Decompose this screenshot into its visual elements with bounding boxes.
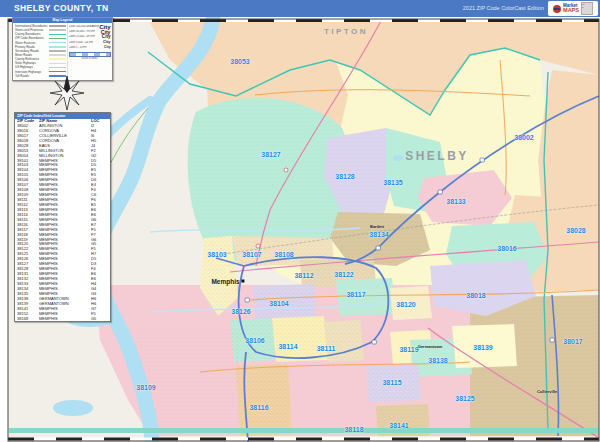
legend-line-sample (49, 58, 66, 60)
scale-bar-label: Scale in Miles (69, 57, 111, 60)
logo-wordmark: MarketMAPS (563, 4, 579, 14)
page-title: SHELBY COUNTY, TN (14, 3, 109, 13)
legend-city-items: Cities 100,000 and AboveCityCities 50,00… (67, 23, 113, 78)
legend-line-sample (49, 46, 66, 48)
legend-box: Map Legend International BoundariesState… (12, 17, 113, 81)
legend-line-sample (49, 38, 66, 40)
zip-index-table: ZIP Code Index/Grid Locator ZIP CodeZIP … (14, 112, 111, 322)
legend-line-sample (49, 50, 66, 52)
scale-bar (69, 52, 111, 57)
legend-line-sample (49, 42, 66, 44)
legend-line-items: International BoundariesStates and Provi… (13, 23, 67, 78)
legend-line-sample (49, 29, 66, 31)
legend-line-sample (49, 71, 66, 73)
logo-seal-icon: ▪▪▪▪▪ (581, 2, 593, 15)
legend-line-sample (49, 67, 66, 69)
legend-line-sample (49, 63, 66, 65)
compass-rose-icon (50, 76, 84, 114)
legend-city-item: Cities 1 - 4,999City (69, 45, 111, 50)
title-bar: SHELBY COUNTY, TN 2021 ZIP Code ColorCas… (0, 0, 600, 17)
edition-label: 2021 ZIP Code ColorCast Edition (463, 5, 544, 11)
legend-line-sample (49, 34, 66, 36)
table-row: 38168MEMPHISG5 (15, 317, 110, 322)
legend-line-sample (49, 54, 66, 56)
logo-globe-icon (553, 5, 561, 13)
legend-line-sample (49, 25, 66, 27)
publisher-logo: MarketMAPS ▪▪▪▪▪ (548, 1, 598, 16)
map-page: TIPTONSHELBYMemphisBartlettGermantownCol… (0, 0, 600, 442)
